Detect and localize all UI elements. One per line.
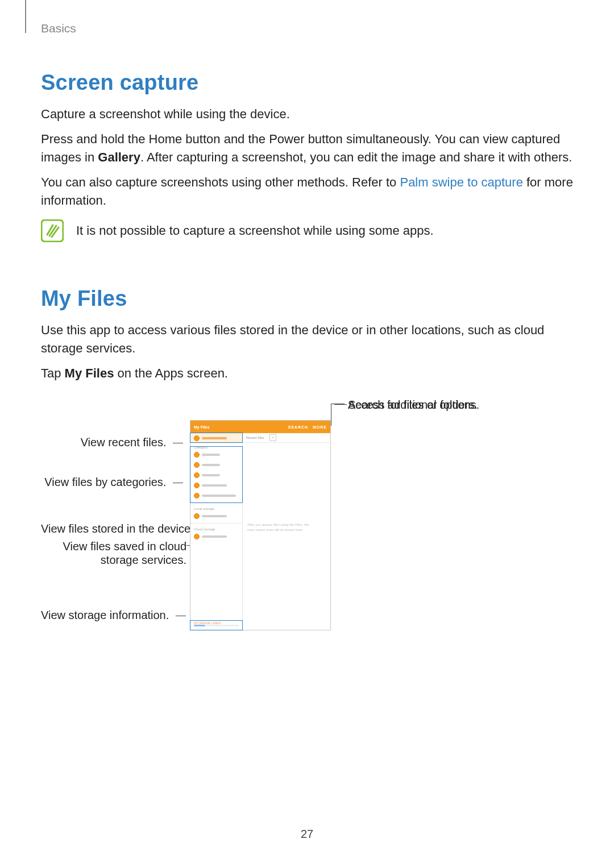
sidebar-item-label [202, 437, 227, 439]
text: . After capturing a screenshot, you can … [140, 150, 572, 164]
text-bold-gallery: Gallery [98, 150, 140, 164]
sidebar-item-audio[interactable] [190, 470, 242, 480]
sidebar-item-label [202, 484, 227, 487]
device-screenshot: My Files SEARCH MORE Category [190, 420, 331, 630]
more-action[interactable]: MORE [313, 425, 327, 429]
sidebar-section-local: Local storage [190, 505, 242, 511]
document-icon [194, 483, 200, 488]
search-action[interactable]: SEARCH [288, 425, 308, 429]
text: After you access files using My Files, t… [247, 523, 309, 526]
sidebar-item-label [202, 535, 227, 538]
callout-device-storage: View files stored in the device. [41, 522, 186, 535]
figure-my-files: Search for files or folders. Access addi… [41, 398, 575, 637]
storage-progress [194, 625, 239, 626]
link-palm-swipe[interactable]: Palm swipe to capture [400, 175, 522, 189]
heading-my-files: My Files [41, 286, 573, 311]
sidebar-item-label [202, 495, 236, 497]
text-bold-myfiles: My Files [65, 366, 114, 380]
image-icon [194, 452, 200, 458]
empty-state: After you access files using My Files, t… [243, 522, 330, 532]
sidebar-item-cloud[interactable] [190, 531, 242, 542]
sidebar-item-documents[interactable] [190, 480, 242, 491]
audio-icon [194, 472, 200, 478]
titlebar-actions: SEARCH MORE [284, 425, 327, 429]
sidebar-item-label [202, 454, 220, 456]
callout-label: View storage information. [41, 609, 169, 621]
callout-label: storage services. [101, 554, 186, 566]
callout-cloud: View files saved in cloud storage servic… [41, 539, 186, 567]
paragraph: Use this app to access various files sto… [41, 321, 573, 358]
callout-categories: View files by categories. [41, 476, 186, 489]
note-row: It is not possible to capture a screensh… [41, 219, 573, 242]
cloud-icon [194, 534, 200, 539]
page-number: 27 [0, 828, 614, 841]
manual-page: Basics Screen capture Capture a screensh… [0, 0, 614, 868]
sidebar-item-recent[interactable] [190, 433, 242, 443]
text: Tap [41, 366, 65, 380]
add-tab-button[interactable]: + [269, 434, 276, 441]
callout-label: View files by categories. [44, 476, 166, 488]
tab-recent-files[interactable]: Recent files [246, 436, 264, 439]
sidebar-section-cloud: Cloud storage [190, 525, 242, 531]
sidebar-item-label [202, 464, 220, 466]
callout-recent: View recent files. [41, 436, 186, 449]
breadcrumb: Basics [41, 22, 573, 35]
note-text: It is not possible to capture a screensh… [76, 223, 434, 238]
sidebar-item-label [202, 515, 227, 517]
callout-label: View files saved in cloud [63, 540, 186, 553]
sidebar-item-images[interactable] [190, 450, 242, 460]
download-icon [194, 493, 200, 499]
callout-more: Access additional options. [348, 398, 479, 412]
text: You can also capture screenshots using o… [41, 175, 400, 189]
sidebar-section-category: Category [190, 443, 242, 450]
note-icon [41, 219, 64, 242]
callout-label: View files stored in the device. [41, 522, 194, 535]
callout-storage: View storage information. [41, 609, 186, 622]
paragraph: Press and hold the Home button and the P… [41, 130, 573, 167]
device-content: Recent files + After you access files us… [243, 433, 330, 630]
callout-label: Access additional options. [348, 398, 479, 411]
paragraph: Tap My Files on the Apps screen. [41, 364, 573, 383]
heading-screen-capture: Screen capture [41, 70, 573, 95]
sidebar-item-device-storage[interactable] [190, 511, 242, 521]
text: most recent ones will be shown here. [247, 528, 304, 531]
device-sidebar: Category Local storage Cloud storage STO… [190, 433, 243, 630]
app-title: My Files [194, 425, 210, 429]
sidebar-item-label [202, 474, 220, 476]
app-titlebar: My Files SEARCH MORE [190, 421, 330, 433]
content-tabrow: Recent files + [243, 433, 330, 443]
sidebar-item-downloads[interactable] [190, 491, 242, 501]
paragraph: You can also capture screenshots using o… [41, 173, 573, 210]
phone-icon [194, 513, 200, 519]
sidebar-item-videos[interactable] [190, 460, 242, 470]
clock-icon [194, 435, 200, 441]
callout-label: View recent files. [81, 436, 167, 448]
sidebar-storage-used[interactable]: STORAGE USED [190, 618, 242, 630]
margin-rule [25, 0, 26, 33]
paragraph: Capture a screenshot while using the dev… [41, 105, 573, 123]
text: on the Apps screen. [114, 366, 228, 380]
video-icon [194, 462, 200, 468]
